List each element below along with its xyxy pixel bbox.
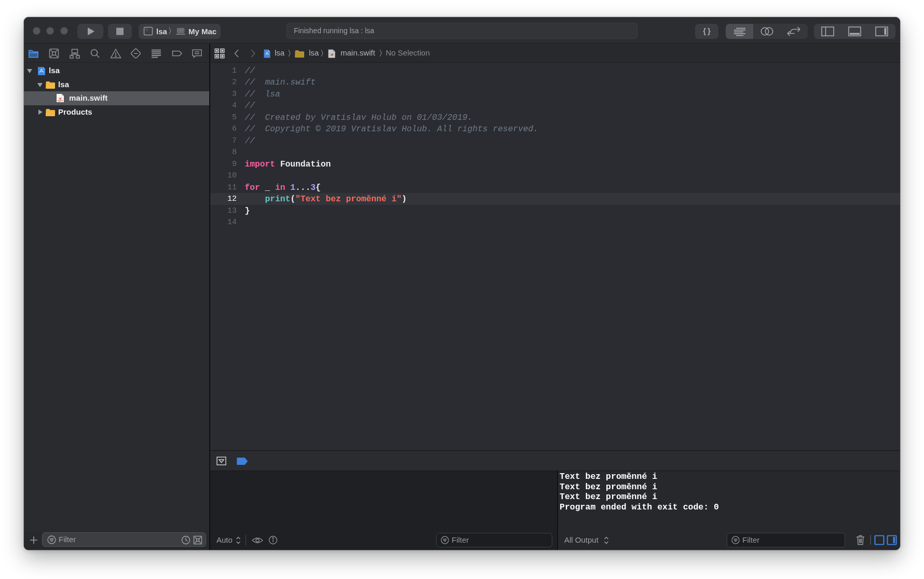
svg-text:SWIFT: SWIFT <box>57 100 63 102</box>
